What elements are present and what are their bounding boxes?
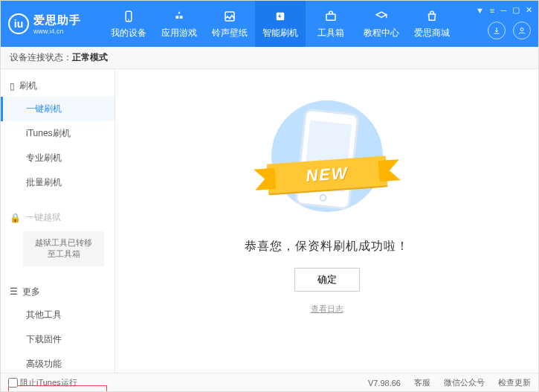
sidebar-item-other-tools[interactable]: 其他工具 <box>1 303 114 327</box>
sidebar-item-download-firmware[interactable]: 下载固件 <box>1 327 114 352</box>
sidebar-section-flash[interactable]: ▯ 刷机 <box>1 75 114 97</box>
minimize-icon[interactable]: ─ <box>500 6 506 15</box>
sidebar-item-advanced[interactable]: 高级功能 <box>1 352 114 376</box>
jailbreak-moved-notice: 越狱工具已转移至工具箱 <box>23 231 104 266</box>
status-label: 设备连接状态： <box>10 51 72 64</box>
svg-rect-4 <box>326 14 335 20</box>
device-status-bar: 设备连接状态： 正常模式 <box>1 47 538 69</box>
wallpaper-icon <box>222 9 237 24</box>
sidebar-item-batch-flash[interactable]: 批量刷机 <box>1 170 114 195</box>
sidebar-item-pro-flash[interactable]: 专业刷机 <box>1 146 114 170</box>
ok-button[interactable]: 确定 <box>294 268 360 292</box>
nav-smart-flash[interactable]: 智能刷机 <box>255 1 306 47</box>
svg-point-5 <box>520 28 523 31</box>
toolbox-icon <box>323 9 338 24</box>
app-title: 爱思助手 <box>33 13 81 28</box>
lock-icon: 🔒 <box>10 213 21 223</box>
footer-link-update[interactable]: 检查更新 <box>498 377 531 388</box>
sidebar: ▯ 刷机 一键刷机 iTunes刷机 专业刷机 批量刷机 🔒 一键越狱 越狱工具… <box>1 69 115 373</box>
view-log-link[interactable]: 查看日志 <box>311 303 343 315</box>
footer-link-wechat[interactable]: 微信公众号 <box>444 377 485 388</box>
filter-icon: ☰ <box>10 286 18 297</box>
sidebar-item-oneclick-flash[interactable]: 一键刷机 <box>1 97 114 121</box>
phone-small-icon: ▯ <box>10 81 15 91</box>
tutorial-icon <box>374 9 389 24</box>
store-icon <box>425 9 439 24</box>
flash-icon <box>273 9 288 24</box>
sidebar-section-jailbreak: 🔒 一键越狱 <box>1 207 114 228</box>
cart-icon[interactable]: ▼ <box>476 6 484 15</box>
main-content: NEW 恭喜您，保资料刷机成功啦！ 确定 查看日志 <box>115 69 538 373</box>
download-button[interactable] <box>488 22 506 39</box>
nav-tutorials[interactable]: 教程中心 <box>356 1 407 47</box>
version-label: V7.98.66 <box>368 379 401 388</box>
menu-icon[interactable]: ≡ <box>490 6 494 15</box>
ribbon-text: NEW <box>305 164 349 186</box>
phone-icon <box>121 9 136 24</box>
success-illustration: NEW <box>253 91 401 225</box>
nav-my-device[interactable]: 我的设备 <box>103 1 154 47</box>
top-nav: 我的设备 应用游戏 铃声壁纸 智能刷机 工具箱 教程中心 爱思商城 <box>103 1 457 47</box>
window-controls: ▼ ≡ ─ ▢ ✕ <box>476 5 532 15</box>
apps-icon <box>172 9 187 24</box>
sidebar-section-more[interactable]: ☰ 更多 <box>1 281 114 303</box>
nav-toolbox[interactable]: 工具箱 <box>306 1 356 47</box>
footer-link-support[interactable]: 客服 <box>414 377 430 388</box>
app-header: iu 爱思助手 www.i4.cn 我的设备 应用游戏 铃声壁纸 智能刷机 工具… <box>1 1 538 47</box>
sidebar-item-itunes-flash[interactable]: iTunes刷机 <box>1 121 114 146</box>
logo-icon: iu <box>8 13 29 34</box>
nav-store[interactable]: 爱思商城 <box>407 1 457 47</box>
close-icon[interactable]: ✕ <box>526 5 532 15</box>
app-subtitle: www.i4.cn <box>33 28 81 35</box>
nav-ringtones-wallpapers[interactable]: 铃声壁纸 <box>204 1 255 47</box>
logo: iu 爱思助手 www.i4.cn <box>8 13 103 35</box>
success-message: 恭喜您，保资料刷机成功啦！ <box>245 239 409 254</box>
checkbox-block-itunes[interactable]: 阻止iTunes运行 <box>8 377 77 388</box>
nav-apps-games[interactable]: 应用游戏 <box>154 1 204 47</box>
maximize-icon[interactable]: ▢ <box>512 5 520 15</box>
status-mode: 正常模式 <box>72 51 108 64</box>
user-button[interactable] <box>513 22 531 39</box>
